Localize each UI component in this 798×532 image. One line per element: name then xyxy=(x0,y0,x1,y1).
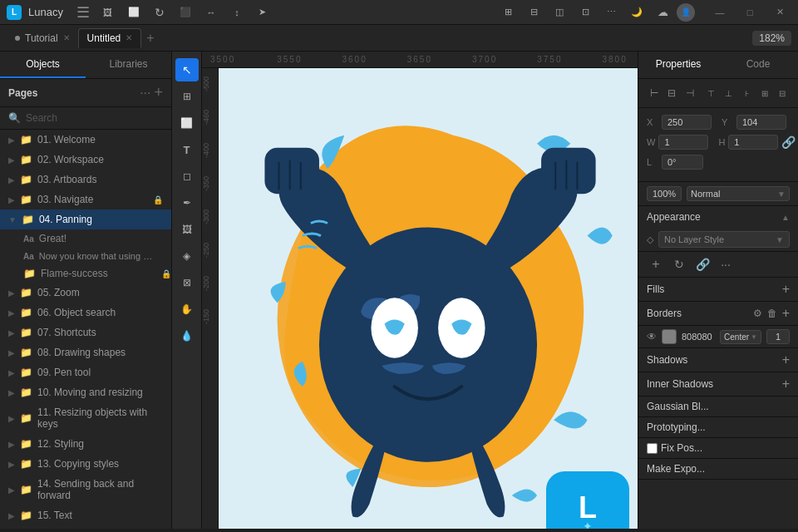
toolbar-mask-icon[interactable]: ◫ xyxy=(548,1,571,24)
page-item-moving[interactable]: ▶ 📁 10. Moving and resizing xyxy=(0,382,171,402)
border-color-value[interactable]: 808080 xyxy=(682,332,715,342)
link-property-button[interactable]: 🔗 xyxy=(693,255,712,273)
h-input[interactable] xyxy=(728,135,778,150)
fix-position-checkbox[interactable] xyxy=(647,443,658,454)
page-item-shortcuts[interactable]: ▶ 📁 07. Shortcuts xyxy=(0,323,171,342)
align-center-h-icon[interactable]: ⊟ xyxy=(665,84,680,102)
align-bottom-icon[interactable]: ⊦ xyxy=(740,84,755,102)
w-input[interactable] xyxy=(658,135,708,150)
borders-delete-icon[interactable]: 🗑 xyxy=(767,308,777,319)
toolbar-flip-v-icon[interactable]: ↕ xyxy=(225,1,249,24)
maximize-button[interactable]: □ xyxy=(738,4,761,21)
toolbar-flip-h-icon[interactable]: ↔ xyxy=(200,1,223,24)
tab-objects[interactable]: Objects xyxy=(0,52,86,78)
tab-code[interactable]: Code xyxy=(718,52,798,78)
toolbar-grid1-icon[interactable]: ⊞ xyxy=(496,1,520,24)
page-item-copying[interactable]: ▶ 📁 13. Copying styles xyxy=(0,454,171,474)
border-width-input[interactable] xyxy=(766,329,790,344)
tab-tutorial-close[interactable]: ✕ xyxy=(63,33,70,42)
scale-tool[interactable]: ⊞ xyxy=(175,85,199,108)
pages-add-button[interactable]: + xyxy=(154,84,163,101)
link-proportions-icon[interactable]: 🔗 xyxy=(781,135,796,149)
component-tool[interactable]: ⊠ xyxy=(175,271,199,294)
toolbar-refresh-icon[interactable]: ↻ xyxy=(148,1,171,24)
y-input[interactable] xyxy=(736,115,786,130)
border-color-swatch[interactable] xyxy=(662,329,677,344)
sub-item-flame[interactable]: 📁 Flame-success 🔒 xyxy=(0,264,171,283)
page-item-text[interactable]: ▶ 📁 15. Text xyxy=(0,505,171,525)
distribute-h-icon[interactable]: ⊞ xyxy=(757,84,772,102)
distribute-v-icon[interactable]: ⊟ xyxy=(776,84,791,102)
canvas[interactable]: L ✦ xyxy=(219,68,638,529)
align-top-icon[interactable]: ⊤ xyxy=(704,84,719,102)
x-input[interactable] xyxy=(662,115,712,130)
align-right-icon[interactable]: ⊣ xyxy=(682,84,697,102)
toolbar-avatar[interactable]: 👤 xyxy=(677,3,695,22)
toolbar-img-icon[interactable]: 🖼 xyxy=(96,1,120,24)
toolbar-cloud-icon[interactable]: ☁ xyxy=(651,1,674,24)
borders-add-button[interactable]: + xyxy=(782,306,790,321)
page-item-sending[interactable]: ▶ 📁 14. Sending back and forward xyxy=(0,474,171,505)
layer-style-dropdown[interactable]: No Layer Style ▼ xyxy=(658,231,790,248)
toolbar-align-icon[interactable]: ⬛ xyxy=(174,1,197,24)
search-input[interactable] xyxy=(26,112,163,124)
align-mid-v-icon[interactable]: ⊥ xyxy=(722,84,736,102)
image-tool[interactable]: 🖼 xyxy=(175,218,199,241)
toolbar-frame-icon[interactable]: ⬜ xyxy=(122,1,145,24)
page-item-workspace[interactable]: ▶ 📁 02. Workspace xyxy=(0,150,171,170)
hotspot-tool[interactable]: ◈ xyxy=(175,244,199,268)
pages-more-button[interactable]: ··· xyxy=(140,86,150,101)
page-item-welcome[interactable]: ▶ 📁 01. Welcome xyxy=(0,130,171,150)
page-label: 10. Moving and resizing xyxy=(37,387,163,398)
appearance-section-header[interactable]: Appearance ▲ xyxy=(638,206,798,228)
page-item-zoom[interactable]: ▶ 📁 05. Zoom xyxy=(0,283,171,303)
border-position-dropdown[interactable]: Center ▼ xyxy=(720,330,761,344)
opacity-input[interactable] xyxy=(647,186,682,201)
page-item-navigate[interactable]: ▶ 📁 03. Navigate 🔒 xyxy=(0,190,171,209)
border-visibility-icon[interactable]: 👁 xyxy=(647,331,657,342)
sub-item-great[interactable]: Aa Great! xyxy=(0,229,171,248)
page-item-artboards[interactable]: ▶ 📁 03. Artboards xyxy=(0,170,171,190)
folder-icon: 📁 xyxy=(20,438,32,450)
page-item-styling[interactable]: ▶ 📁 12. Styling xyxy=(0,434,171,454)
more-property-button[interactable]: ··· xyxy=(717,255,735,273)
add-property-button[interactable]: + xyxy=(647,255,665,273)
sub-item-now-you-know[interactable]: Aa Now you know that using Shift xyxy=(0,248,171,264)
page-item-pen[interactable]: ▶ 📁 09. Pen tool xyxy=(0,362,171,382)
tab-libraries[interactable]: Libraries xyxy=(86,52,171,78)
page-item-drawing[interactable]: ▶ 📁 08. Drawing shapes xyxy=(0,342,171,362)
blend-mode-dropdown[interactable]: Normal ▼ xyxy=(687,186,790,201)
close-button[interactable]: ✕ xyxy=(768,4,791,21)
tab-untitled-close[interactable]: ✕ xyxy=(126,33,132,42)
page-item-panning[interactable]: ▼ 📁 04. Panning xyxy=(0,209,171,229)
toolbar-grid2-icon[interactable]: ⊟ xyxy=(522,1,545,24)
tab-untitled[interactable]: Untitled ✕ xyxy=(78,28,142,48)
tab-properties[interactable]: Properties xyxy=(638,52,718,78)
frame-tool[interactable]: ⬜ xyxy=(175,111,199,135)
hand-tool[interactable]: ✋ xyxy=(175,298,199,321)
toolbar-arrow-icon[interactable]: ➤ xyxy=(251,1,274,24)
angle-input[interactable] xyxy=(662,155,703,170)
menu-icon[interactable]: ☰ xyxy=(76,3,90,22)
fills-add-button[interactable]: + xyxy=(782,282,790,297)
borders-settings-icon[interactable]: ⚙ xyxy=(753,308,762,319)
inner-shadows-add-button[interactable]: + xyxy=(782,377,790,392)
page-item-object-search[interactable]: ▶ 📁 06. Object search xyxy=(0,303,171,323)
ruler-v-tick: -150 xyxy=(202,301,218,334)
toolbar-clip-icon[interactable]: ⊡ xyxy=(574,1,597,24)
shape-tool[interactable]: ◻ xyxy=(175,165,199,188)
select-tool[interactable]: ↖ xyxy=(175,58,199,81)
rotate-property-button[interactable]: ↻ xyxy=(670,255,688,273)
page-item-resizing-keys[interactable]: ▶ 📁 11. Resizing objects with keys xyxy=(0,402,171,434)
text-tool[interactable]: T xyxy=(175,138,199,161)
align-left-icon[interactable]: ⊢ xyxy=(647,84,662,102)
toolbar-dark-icon[interactable]: 🌙 xyxy=(625,1,648,24)
toolbar-more-icon[interactable]: ⋯ xyxy=(599,1,623,24)
zoom-level[interactable]: 182% xyxy=(752,31,791,46)
tab-tutorial[interactable]: Tutorial ✕ xyxy=(7,29,78,47)
pen-tool[interactable]: ✒ xyxy=(175,191,199,214)
shadows-add-button[interactable]: + xyxy=(782,352,790,367)
eyedrop-tool[interactable]: 💧 xyxy=(175,324,199,347)
tab-add-button[interactable]: + xyxy=(141,31,159,46)
minimize-button[interactable]: — xyxy=(708,4,732,21)
